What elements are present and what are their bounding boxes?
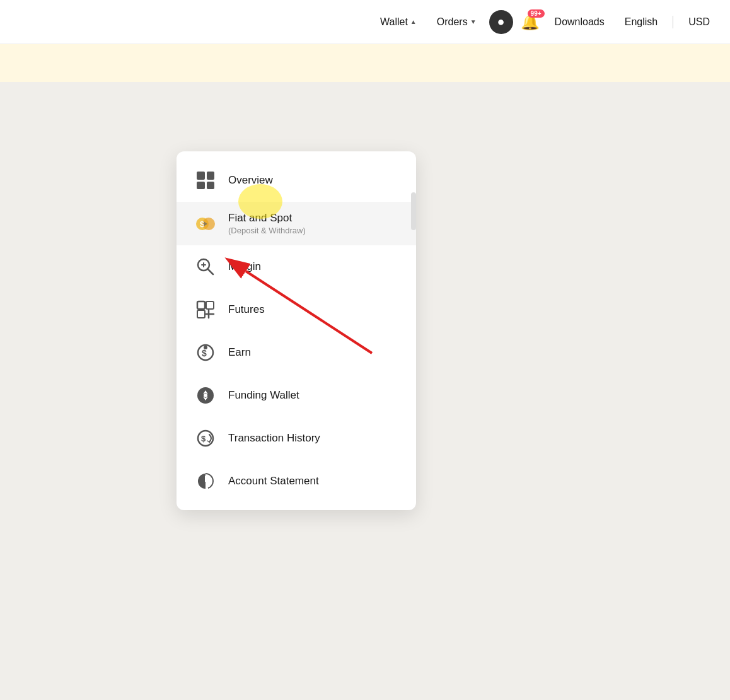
account-statement-icon <box>194 470 217 493</box>
overview-text: Overview <box>228 174 273 187</box>
profile-person-icon: ● <box>497 15 505 29</box>
fiat-spot-text: Fiat and Spot (Deposit & Withdraw) <box>228 212 306 235</box>
downloads-label: Downloads <box>555 16 605 28</box>
orders-chevron-down-icon: ▼ <box>470 18 477 25</box>
wallet-chevron-up-icon: ▲ <box>410 18 417 25</box>
earn-icon: $ <box>194 341 217 364</box>
transaction-history-text: Transaction History <box>228 432 320 445</box>
menu-item-futures[interactable]: Futures <box>177 288 416 331</box>
menu-item-overview[interactable]: Overview <box>177 159 416 202</box>
fiat-spot-icon: $ <box>194 213 217 235</box>
svg-point-13 <box>204 394 207 397</box>
svg-text:$: $ <box>202 348 207 358</box>
margin-icon <box>194 255 217 278</box>
account-statement-label: Account Statement <box>228 475 319 487</box>
profile-icon[interactable]: ● <box>489 10 513 34</box>
header: Wallet ▲ Orders ▼ ● 🔔 99+ Downloads Engl… <box>0 0 730 44</box>
svg-rect-4 <box>197 301 205 309</box>
futures-text: Futures <box>228 303 265 316</box>
transaction-history-label: Transaction History <box>228 432 320 445</box>
orders-label: Orders <box>437 16 468 28</box>
futures-label: Futures <box>228 303 265 316</box>
earn-text: Earn <box>228 346 251 359</box>
yellow-banner <box>0 44 730 82</box>
svg-text:$: $ <box>201 434 206 443</box>
notifications-bell[interactable]: 🔔 99+ <box>518 11 542 33</box>
account-statement-text: Account Statement <box>228 475 319 487</box>
margin-text: Margin <box>228 260 261 273</box>
main-content: Overview $ Fiat and Spot (Deposit & With… <box>0 82 730 700</box>
overview-icon <box>194 169 217 192</box>
fiat-spot-label: Fiat and Spot <box>228 212 306 225</box>
english-label: English <box>625 16 658 28</box>
svg-rect-6 <box>197 310 205 318</box>
orders-nav[interactable]: Orders ▼ <box>429 11 484 33</box>
wallet-nav[interactable]: Wallet ▲ <box>373 11 424 33</box>
svg-rect-5 <box>206 301 214 309</box>
wallet-label: Wallet <box>380 16 408 28</box>
menu-item-fiat-spot[interactable]: $ Fiat and Spot (Deposit & Withdraw) <box>177 202 416 245</box>
language-nav[interactable]: English <box>617 11 665 33</box>
margin-label: Margin <box>228 260 261 273</box>
currency-nav[interactable]: USD <box>681 11 717 33</box>
fiat-spot-sublabel: (Deposit & Withdraw) <box>228 226 306 235</box>
wallet-dropdown-menu: Overview $ Fiat and Spot (Deposit & With… <box>177 151 416 510</box>
menu-item-account-statement[interactable]: Account Statement <box>177 460 416 503</box>
futures-icon <box>194 298 217 321</box>
downloads-nav[interactable]: Downloads <box>547 11 612 33</box>
menu-item-transaction-history[interactable]: $ Transaction History <box>177 417 416 460</box>
funding-wallet-icon <box>194 384 217 407</box>
funding-wallet-label: Funding Wallet <box>228 389 299 402</box>
transaction-history-icon: $ <box>194 427 217 450</box>
dropdown-scrollbar[interactable] <box>411 192 416 230</box>
menu-item-earn[interactable]: $ Earn <box>177 331 416 374</box>
overview-label: Overview <box>228 174 273 187</box>
nav-divider <box>673 16 673 28</box>
funding-wallet-text: Funding Wallet <box>228 389 299 402</box>
earn-label: Earn <box>228 346 251 359</box>
header-nav: Wallet ▲ Orders ▼ ● 🔔 99+ Downloads Engl… <box>373 10 717 34</box>
menu-item-funding-wallet[interactable]: Funding Wallet <box>177 374 416 417</box>
usd-label: USD <box>688 16 710 28</box>
svg-point-9 <box>204 346 207 349</box>
menu-item-margin[interactable]: Margin <box>177 245 416 288</box>
notification-badge: 99+ <box>528 9 545 18</box>
